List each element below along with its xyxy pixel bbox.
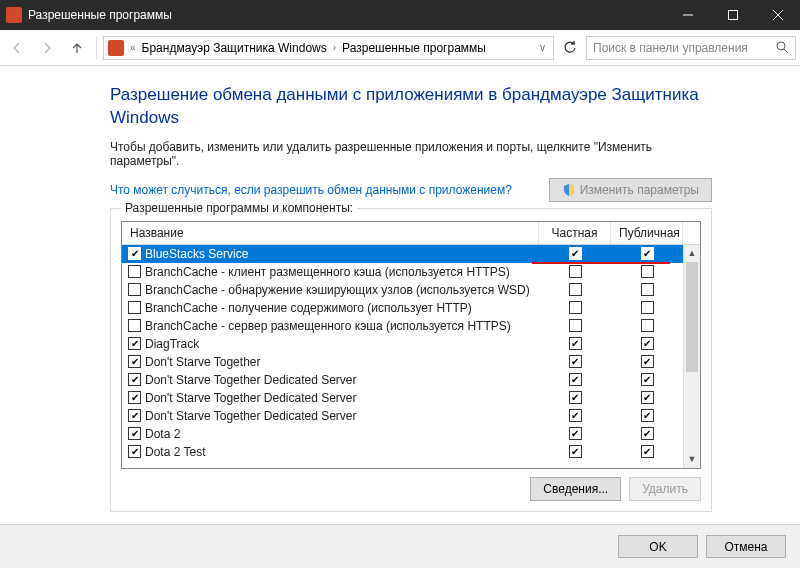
- row-name: Don't Starve Together Dedicated Server: [145, 373, 357, 387]
- search-placeholder: Поиск в панели управления: [593, 41, 776, 55]
- allowed-apps-group: Разрешенные программы и компоненты: Назв…: [110, 208, 712, 512]
- checkbox[interactable]: [128, 283, 141, 296]
- change-params-button[interactable]: Изменить параметры: [549, 178, 712, 202]
- scroll-down-button[interactable]: ▼: [684, 451, 700, 468]
- checkbox[interactable]: [569, 301, 582, 314]
- checkbox[interactable]: ✔: [641, 427, 654, 440]
- checkbox[interactable]: ✔: [641, 247, 654, 260]
- table-row[interactable]: ✔Don't Starve Together Dedicated Server✔…: [122, 371, 683, 389]
- checkbox[interactable]: [641, 265, 654, 278]
- checkbox[interactable]: ✔: [641, 409, 654, 422]
- col-public[interactable]: Публичная: [611, 222, 683, 244]
- back-button[interactable]: [4, 35, 30, 61]
- checkbox[interactable]: [569, 319, 582, 332]
- cancel-button[interactable]: Отмена: [706, 535, 786, 558]
- refresh-button[interactable]: [558, 36, 582, 60]
- group-legend: Разрешенные программы и компоненты:: [121, 201, 357, 215]
- change-params-label: Изменить параметры: [580, 183, 699, 197]
- checkbox[interactable]: ✔: [569, 247, 582, 260]
- remove-button[interactable]: Удалить: [629, 477, 701, 501]
- scrollbar[interactable]: ▲ ▼: [683, 245, 700, 468]
- table-row[interactable]: ✔DiagTrack✔✔: [122, 335, 683, 353]
- checkbox[interactable]: ✔: [569, 409, 582, 422]
- up-button[interactable]: [64, 35, 90, 61]
- apps-table: Название Частная Публичная ✔BlueStacks S…: [121, 221, 701, 469]
- details-button[interactable]: Сведения...: [530, 477, 621, 501]
- chevron-right-icon: ›: [329, 42, 340, 53]
- app-icon: [6, 7, 22, 23]
- checkbox[interactable]: [569, 283, 582, 296]
- checkbox[interactable]: ✔: [128, 247, 141, 260]
- table-row[interactable]: ✔Don't Starve Together✔✔: [122, 353, 683, 371]
- table-row[interactable]: ✔BlueStacks Service✔✔: [122, 245, 683, 263]
- row-name: Dota 2 Test: [145, 445, 205, 459]
- breadcrumb[interactable]: « Брандмауэр Защитника Windows › Разреше…: [103, 36, 554, 60]
- checkbox[interactable]: ✔: [641, 355, 654, 368]
- crumb-firewall[interactable]: Брандмауэр Защитника Windows: [142, 41, 327, 55]
- row-name: BranchCache - сервер размещенного кэша (…: [145, 319, 511, 333]
- checkbox[interactable]: [128, 301, 141, 314]
- col-name[interactable]: Название: [122, 222, 539, 244]
- scroll-thumb[interactable]: [686, 262, 698, 372]
- table-header: Название Частная Публичная: [122, 222, 700, 245]
- table-row[interactable]: ✔Don't Starve Together Dedicated Server✔…: [122, 407, 683, 425]
- row-name: Don't Starve Together Dedicated Server: [145, 409, 357, 423]
- dialog-buttons: OK Отмена: [0, 524, 800, 568]
- checkbox[interactable]: ✔: [641, 391, 654, 404]
- annotation-line: [532, 262, 670, 264]
- maximize-button[interactable]: [710, 0, 755, 30]
- window-title: Разрешенные программы: [28, 8, 665, 22]
- checkbox[interactable]: ✔: [128, 409, 141, 422]
- checkbox[interactable]: [641, 319, 654, 332]
- toolbar: « Брандмауэр Защитника Windows › Разреше…: [0, 30, 800, 66]
- checkbox[interactable]: [569, 265, 582, 278]
- checkbox[interactable]: ✔: [641, 373, 654, 386]
- checkbox[interactable]: ✔: [128, 445, 141, 458]
- table-row[interactable]: ✔Dota 2✔✔: [122, 425, 683, 443]
- col-private[interactable]: Частная: [539, 222, 611, 244]
- titlebar: Разрешенные программы: [0, 0, 800, 30]
- forward-button[interactable]: [34, 35, 60, 61]
- checkbox[interactable]: [641, 283, 654, 296]
- search-input[interactable]: Поиск в панели управления: [586, 36, 796, 60]
- svg-line-5: [784, 49, 788, 53]
- checkbox[interactable]: ✔: [569, 445, 582, 458]
- checkbox[interactable]: ✔: [569, 427, 582, 440]
- checkbox[interactable]: ✔: [128, 373, 141, 386]
- chevron-down-icon[interactable]: v: [536, 42, 549, 53]
- content: Разрешение обмена данными с приложениями…: [0, 66, 800, 528]
- checkbox[interactable]: ✔: [569, 391, 582, 404]
- table-row[interactable]: BranchCache - клиент размещенного кэша (…: [122, 263, 683, 281]
- checkbox[interactable]: ✔: [641, 445, 654, 458]
- table-row[interactable]: BranchCache - получение содержимого (исп…: [122, 299, 683, 317]
- minimize-button[interactable]: [665, 0, 710, 30]
- table-row[interactable]: ✔Dota 2 Test✔✔: [122, 443, 683, 461]
- checkbox[interactable]: ✔: [128, 427, 141, 440]
- scroll-track[interactable]: [684, 262, 700, 451]
- close-button[interactable]: [755, 0, 800, 30]
- row-name: Don't Starve Together: [145, 355, 260, 369]
- checkbox[interactable]: ✔: [128, 337, 141, 350]
- checkbox[interactable]: ✔: [128, 355, 141, 368]
- checkbox[interactable]: ✔: [128, 391, 141, 404]
- row-name: BlueStacks Service: [145, 247, 248, 261]
- row-name: BranchCache - клиент размещенного кэша (…: [145, 265, 510, 279]
- table-row[interactable]: BranchCache - обнаружение кэширующих узл…: [122, 281, 683, 299]
- ok-button[interactable]: OK: [618, 535, 698, 558]
- crumb-allowed[interactable]: Разрешенные программы: [342, 41, 486, 55]
- page-description: Чтобы добавить, изменить или удалить раз…: [110, 140, 712, 168]
- table-body: ✔BlueStacks Service✔✔BranchCache - клиен…: [122, 245, 700, 468]
- shield-icon: [562, 183, 576, 197]
- table-row[interactable]: ✔Don't Starve Together Dedicated Server✔…: [122, 389, 683, 407]
- scroll-up-button[interactable]: ▲: [684, 245, 700, 262]
- checkbox[interactable]: [128, 265, 141, 278]
- checkbox[interactable]: ✔: [569, 373, 582, 386]
- checkbox[interactable]: ✔: [641, 337, 654, 350]
- col-scrollspace: [683, 222, 700, 244]
- checkbox[interactable]: ✔: [569, 355, 582, 368]
- checkbox[interactable]: [641, 301, 654, 314]
- risk-link[interactable]: Что может случиться, если разрешить обме…: [110, 183, 512, 197]
- table-row[interactable]: BranchCache - сервер размещенного кэша (…: [122, 317, 683, 335]
- checkbox[interactable]: ✔: [569, 337, 582, 350]
- checkbox[interactable]: [128, 319, 141, 332]
